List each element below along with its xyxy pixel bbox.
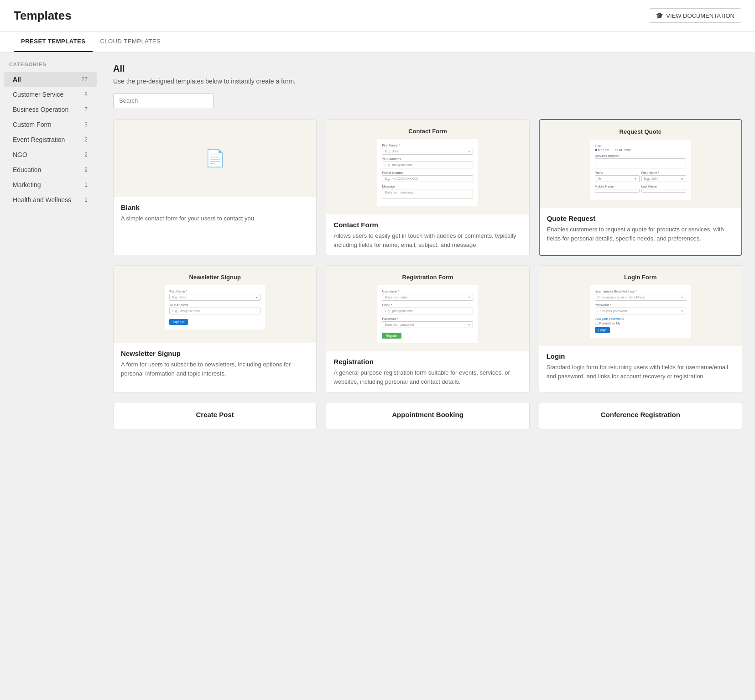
sidebar-item-count: 7	[84, 106, 88, 113]
sidebar: CATEGORIES All 27 Customer Service 8 Bus…	[0, 52, 100, 700]
sidebar-item-count: 2	[84, 167, 88, 173]
card-preview-login: Login Form Username or Email Address * E…	[539, 266, 742, 346]
template-card-contact[interactable]: Contact Form First Name * E.g., John▼ Yo…	[326, 119, 529, 256]
main-layout: CATEGORIES All 27 Customer Service 8 Bus…	[0, 52, 755, 700]
card-desc-contact: Allows users to easily get in touch with…	[333, 231, 521, 249]
preview-login-btn: Login	[595, 327, 610, 333]
sidebar-item-label: All	[13, 76, 21, 83]
sidebar-item-count: 1	[84, 197, 88, 203]
sidebar-item-label: Marketing	[13, 181, 41, 188]
card-info-registration: Registration A general-purpose registrat…	[326, 351, 529, 392]
sidebar-item-marketing[interactable]: Marketing 1	[4, 178, 97, 192]
sidebar-item-count: 2	[84, 151, 88, 158]
preview-register-btn: Register	[382, 333, 401, 339]
card-name-login: Login	[547, 352, 734, 360]
sidebar-item-health-wellness[interactable]: Health and Wellness 1	[4, 193, 97, 207]
page-title: Templates	[14, 9, 72, 23]
sidebar-item-ngo[interactable]: NGO 2	[4, 147, 97, 162]
blank-file-icon: 📄	[205, 149, 225, 168]
preview-title-newsletter: Newsletter Signup	[189, 274, 240, 281]
preview-form-quote: Title Mr. Prof T Dr. Prof I Services Nee…	[590, 140, 691, 200]
card-name-appointment: Appointment Booking	[387, 406, 468, 423]
card-name-quote: Quote Request	[547, 214, 734, 222]
card-name-blank: Blank	[121, 204, 309, 211]
card-preview-contact: Contact Form First Name * E.g., John▼ Yo…	[326, 120, 529, 214]
template-card-registration[interactable]: Registration Form Username * Enter usern…	[326, 265, 529, 393]
content-page-title: All	[113, 63, 742, 74]
card-name-contact: Contact Form	[333, 221, 521, 229]
card-desc-newsletter: A form for users to subscribe to newslet…	[121, 360, 309, 378]
preview-form-contact: First Name * E.g., John▼ Your Address E.…	[377, 139, 478, 206]
card-info-newsletter: Newsletter Signup A form for users to su…	[114, 343, 316, 384]
sidebar-item-count: 1	[84, 182, 88, 188]
template-card-blank[interactable]: 📄 Blank A simple contact form for your u…	[113, 119, 317, 256]
tab-preset-templates[interactable]: PRESET TEMPLATES	[14, 31, 93, 52]
card-info-contact: Contact Form Allows users to easily get …	[326, 214, 529, 256]
preview-title-login: Login Form	[624, 274, 657, 281]
sidebar-item-label: Health and Wellness	[13, 196, 71, 204]
card-desc-login: Standard login form for returning users …	[547, 363, 734, 381]
preview-form-registration: Username * Enter username▼ Email * E.g.,…	[377, 285, 478, 343]
categories-label: CATEGORIES	[0, 62, 100, 72]
sidebar-item-count: 3	[84, 121, 88, 128]
card-desc-registration: A general-purpose registration form suit…	[333, 368, 521, 386]
doc-icon: 🎓	[656, 12, 663, 19]
card-preview-quote: Request Quote Title Mr. Prof T Dr. Prof …	[540, 120, 741, 208]
sidebar-item-count: 8	[84, 91, 88, 98]
template-card-quote[interactable]: Request Quote Title Mr. Prof T Dr. Prof …	[539, 119, 742, 256]
template-card-create-post[interactable]: Create Post	[113, 402, 317, 429]
template-card-conference[interactable]: Conference Registration	[539, 402, 742, 429]
preview-title-quote: Request Quote	[620, 128, 661, 135]
content-area: All Use the pre-designed templates below…	[100, 52, 755, 700]
card-info-login: Login Standard login form for returning …	[539, 346, 742, 387]
card-info-quote: Quote Request Enables customers to reque…	[540, 208, 741, 249]
template-card-appointment[interactable]: Appointment Booking	[326, 402, 529, 429]
sidebar-item-education[interactable]: Education 2	[4, 162, 97, 177]
tab-cloud-templates[interactable]: CLOUD TEMPLATES	[93, 31, 168, 52]
sidebar-item-all[interactable]: All 27	[4, 72, 97, 87]
card-name-conference: Conference Registration	[596, 406, 685, 423]
sidebar-item-label: Custom Form	[13, 121, 52, 128]
card-desc-blank: A simple contact form for your users to …	[121, 214, 309, 223]
tabs-bar: PRESET TEMPLATES CLOUD TEMPLATES	[0, 31, 755, 52]
template-card-login[interactable]: Login Form Username or Email Address * E…	[539, 265, 742, 393]
preview-title-contact: Contact Form	[408, 128, 447, 135]
preview-title-registration: Registration Form	[402, 274, 453, 281]
view-doc-label: VIEW DOCUMENTATION	[666, 12, 734, 19]
bottom-template-row: Create Post Appointment Booking Conferen…	[113, 402, 742, 429]
sidebar-item-count: 27	[82, 76, 88, 83]
sidebar-item-label: NGO	[13, 151, 27, 158]
sidebar-item-label: Education	[13, 166, 41, 173]
sidebar-item-label: Event Registration	[13, 136, 65, 143]
card-name-registration: Registration	[333, 358, 521, 366]
search-input[interactable]	[113, 93, 213, 108]
template-card-newsletter[interactable]: Newsletter Signup First Name * E.g., Joh…	[113, 265, 317, 393]
card-preview-registration: Registration Form Username * Enter usern…	[326, 266, 529, 351]
sidebar-item-count: 2	[84, 136, 88, 143]
card-desc-quote: Enables customers to request a quote for…	[547, 225, 734, 243]
preview-form-login: Username or Email Address * Enter userna…	[590, 285, 691, 338]
sidebar-item-customer-service[interactable]: Customer Service 8	[4, 87, 97, 102]
content-description: Use the pre-designed templates below to …	[113, 78, 742, 85]
card-name-create-post: Create Post	[191, 406, 238, 423]
sidebar-item-custom-form[interactable]: Custom Form 3	[4, 117, 97, 132]
sidebar-item-label: Customer Service	[13, 91, 63, 98]
card-preview-newsletter: Newsletter Signup First Name * E.g., Joh…	[114, 266, 316, 343]
card-name-newsletter: Newsletter Signup	[121, 350, 309, 357]
preview-subscribe-btn: Sign Up	[169, 319, 188, 325]
template-grid: 📄 Blank A simple contact form for your u…	[113, 119, 742, 393]
sidebar-item-label: Business Operation	[13, 106, 68, 113]
card-info-blank: Blank A simple contact form for your use…	[114, 197, 316, 230]
page-header: Templates 🎓 VIEW DOCUMENTATION	[0, 0, 755, 31]
card-preview-blank: 📄	[114, 120, 316, 197]
sidebar-item-event-registration[interactable]: Event Registration 2	[4, 132, 97, 147]
view-documentation-button[interactable]: 🎓 VIEW DOCUMENTATION	[649, 8, 741, 23]
sidebar-item-business-operation[interactable]: Business Operation 7	[4, 102, 97, 117]
preview-form-newsletter: First Name * E.g., John▼ Your Address E.…	[165, 285, 265, 329]
